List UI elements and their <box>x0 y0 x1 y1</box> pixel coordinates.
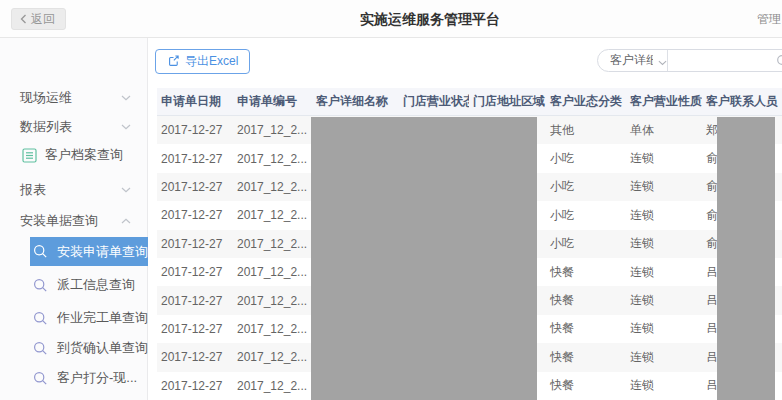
data-table: 申请单日期申请单编号客户详细名称门店营业状态门店地址区域客户业态分类客户营业性质… <box>157 88 782 400</box>
cell-nature: 连锁 <box>626 315 702 343</box>
chevron-left-icon <box>20 14 27 24</box>
sidebar-item-label: 客户档案查询 <box>45 146 123 164</box>
cell-category: 小吃 <box>546 173 626 201</box>
page-title: 实施运维服务管理平台 <box>360 0 500 38</box>
cell-category: 快餐 <box>546 315 626 343</box>
column-header: 客户营业性质 <box>626 88 702 115</box>
cell-category: 快餐 <box>546 372 626 400</box>
cell-date: 2017-12-27 <box>157 116 233 144</box>
sidebar-item-label: 现场运维 <box>20 89 72 107</box>
top-bar: 返回 实施运维服务管理平台 管理 <box>0 0 782 38</box>
cell-nature: 连锁 <box>626 230 702 258</box>
cell-date: 2017-12-27 <box>157 201 233 229</box>
cell-nature: 连锁 <box>626 372 702 400</box>
redaction-overlay-right <box>717 117 775 400</box>
table-header-row: 申请单日期申请单编号客户详细名称门店营业状态门店地址区域客户业态分类客户营业性质… <box>157 88 782 116</box>
sidebar-subitem-5[interactable]: 安装申请单查询 <box>0 237 148 266</box>
column-header: 申请单编号 <box>233 88 312 115</box>
sidebar-item-label: 派工信息查询 <box>57 276 135 294</box>
search-icon <box>33 371 48 386</box>
cell-nature: 连锁 <box>626 286 702 314</box>
sidebar-subitem-8[interactable]: 到货确认单查询 <box>0 334 148 362</box>
chevron-down-icon <box>658 52 667 70</box>
column-header: 申请单日期 <box>157 88 233 115</box>
cell-order_no: 2017_12_2... <box>233 258 312 286</box>
cell-category: 快餐 <box>546 343 626 371</box>
search-icon <box>33 278 48 293</box>
cell-category: 快餐 <box>546 258 626 286</box>
back-button[interactable]: 返回 <box>11 8 66 30</box>
column-header: 门店地址区域 <box>469 88 546 115</box>
column-header: 客户联系人员 <box>702 88 782 115</box>
cell-date: 2017-12-27 <box>157 343 233 371</box>
cell-date: 2017-12-27 <box>157 286 233 314</box>
sidebar-item-label: 安装单据查询 <box>20 212 98 230</box>
cell-nature: 连锁 <box>626 201 702 229</box>
sidebar-group-0[interactable]: 现场运维 <box>0 84 148 112</box>
cell-order_no: 2017_12_2... <box>233 230 312 258</box>
export-excel-button[interactable]: 导出Excel <box>155 49 250 74</box>
sidebar-item-label: 报表 <box>20 181 46 199</box>
search-icon[interactable] <box>776 54 782 72</box>
cell-order_no: 2017_12_2... <box>233 173 312 201</box>
column-header: 门店营业状态 <box>399 88 469 115</box>
cell-order_no: 2017_12_2... <box>233 144 312 172</box>
search-icon <box>33 341 48 356</box>
search-icon <box>33 244 48 259</box>
column-header: 客户详细名称 <box>312 88 399 115</box>
cell-date: 2017-12-27 <box>157 230 233 258</box>
cell-order_no: 2017_12_2... <box>233 116 312 144</box>
cell-category: 小吃 <box>546 230 626 258</box>
sidebar-subitem-7[interactable]: 作业完工单查询 <box>0 304 148 332</box>
user-menu[interactable]: 管理 <box>757 0 781 38</box>
search-input[interactable] <box>668 50 782 71</box>
sidebar-group-4[interactable]: 安装单据查询 <box>0 207 148 235</box>
cell-order_no: 2017_12_2... <box>233 372 312 400</box>
cell-date: 2017-12-27 <box>157 315 233 343</box>
cell-nature: 单体 <box>626 116 702 144</box>
sidebar-item-label: 客户打分-现... <box>57 369 137 387</box>
sidebar-subitem-6[interactable]: 派工信息查询 <box>0 271 148 299</box>
filter-field-select[interactable]: 客户详细... <box>598 50 668 71</box>
cell-category: 快餐 <box>546 286 626 314</box>
cell-category: 其他 <box>546 116 626 144</box>
export-label: 导出Excel <box>185 53 238 70</box>
sidebar-subitem-9[interactable]: 客户打分-现... <box>0 364 148 392</box>
cell-date: 2017-12-27 <box>157 258 233 286</box>
cell-date: 2017-12-27 <box>157 144 233 172</box>
cell-order_no: 2017_12_2... <box>233 201 312 229</box>
main-content: 导出Excel 客户详细... 申请单日期申请单编号客户详细名称门店营业状态门店… <box>149 38 782 400</box>
sidebar-item-customer-archive[interactable]: 客户档案查询 <box>0 141 148 169</box>
column-header: 客户业态分类 <box>546 88 626 115</box>
cell-date: 2017-12-27 <box>157 372 233 400</box>
cell-nature: 连锁 <box>626 343 702 371</box>
back-label: 返回 <box>31 11 55 28</box>
sidebar-group-1[interactable]: 数据列表 <box>0 113 148 141</box>
export-icon <box>167 54 180 70</box>
sidebar-item-label: 数据列表 <box>20 118 72 136</box>
cell-category: 小吃 <box>546 201 626 229</box>
list-icon <box>22 148 37 163</box>
cell-order_no: 2017_12_2... <box>233 315 312 343</box>
cell-order_no: 2017_12_2... <box>233 343 312 371</box>
cell-nature: 连锁 <box>626 144 702 172</box>
sidebar-item-label: 到货确认单查询 <box>57 339 148 357</box>
sidebar-item-label: 安装申请单查询 <box>57 243 148 261</box>
cell-order_no: 2017_12_2... <box>233 286 312 314</box>
cell-nature: 连锁 <box>626 173 702 201</box>
cell-category: 小吃 <box>546 144 626 172</box>
search-icon <box>33 311 48 326</box>
sidebar-group-3[interactable]: 报表 <box>0 176 148 204</box>
cell-nature: 连锁 <box>626 258 702 286</box>
sidebar: 现场运维 数据列表 客户档案查询报表 安装单据查询 安装申请单查询 派工信息查询… <box>0 38 148 400</box>
cell-date: 2017-12-27 <box>157 173 233 201</box>
sidebar-subitem-10[interactable]: 综合打分-现... <box>0 396 148 400</box>
filter-group: 客户详细... <box>597 49 782 72</box>
filter-selected-value: 客户详细... <box>610 52 653 69</box>
redaction-overlay-left <box>311 117 537 400</box>
sidebar-item-label: 作业完工单查询 <box>57 309 148 327</box>
